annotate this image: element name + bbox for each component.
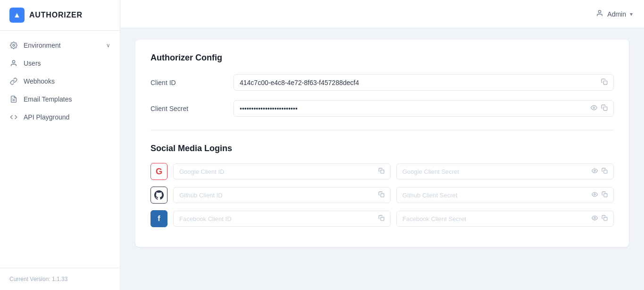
facebook-logo: f	[151, 210, 167, 227]
svg-point-15	[594, 217, 595, 219]
sidebar-item-email-templates-label: Email Templates	[24, 95, 72, 103]
client-id-copy-icon[interactable]	[601, 78, 608, 86]
sidebar-item-users-label: Users	[24, 60, 41, 67]
google-fields	[173, 163, 614, 179]
client-secret-input[interactable]	[240, 105, 587, 112]
github-logo	[151, 187, 167, 204]
link-icon	[9, 77, 18, 85]
github-fields	[173, 187, 614, 203]
github-client-id-copy-icon[interactable]	[378, 191, 385, 199]
facebook-client-secret-copy-icon[interactable]	[602, 215, 608, 222]
google-logo: G	[151, 163, 167, 180]
app-name: AUTHORIZER	[29, 11, 83, 19]
sidebar-item-users[interactable]: Users	[0, 54, 120, 72]
svg-point-4	[599, 10, 601, 13]
google-eye-icon[interactable]	[592, 168, 598, 175]
facebook-client-secret-input[interactable]	[402, 215, 588, 222]
google-client-secret-field	[396, 163, 614, 179]
section-divider	[151, 130, 614, 130]
doc-icon	[9, 95, 18, 103]
sidebar-nav: Environment ∨ Users Webhooks Email Templ…	[0, 31, 120, 268]
chevron-down-icon: ∨	[106, 42, 110, 49]
client-secret-label: Client Secret	[151, 105, 226, 112]
client-secret-copy-icon[interactable]	[601, 104, 608, 112]
sidebar: ▲ AUTHORIZER Environment ∨ Users Webhook…	[0, 0, 120, 290]
facebook-social-row: f	[151, 210, 614, 227]
svg-rect-8	[381, 170, 384, 173]
sidebar-item-webhooks[interactable]: Webhooks	[0, 72, 120, 90]
facebook-client-id-field	[173, 211, 391, 227]
google-client-secret-input[interactable]	[402, 168, 588, 175]
facebook-client-id-input[interactable]	[179, 215, 375, 222]
social-media-section: Social Media Logins G	[151, 144, 614, 227]
google-client-id-input[interactable]	[179, 168, 375, 175]
sidebar-item-webhooks-label: Webhooks	[24, 77, 55, 85]
svg-rect-7	[603, 107, 607, 111]
admin-menu[interactable]: Admin ▾	[596, 9, 633, 18]
facebook-client-id-copy-icon[interactable]	[378, 215, 385, 222]
github-client-secret-field	[396, 187, 614, 203]
svg-point-12	[594, 194, 595, 195]
sidebar-item-environment-label: Environment	[24, 42, 61, 49]
github-client-secret-input[interactable]	[402, 192, 588, 199]
github-client-secret-copy-icon[interactable]	[602, 191, 608, 199]
app-logo-icon: ▲	[9, 8, 25, 23]
version-label: Current Version: 1.1.33	[0, 268, 120, 290]
google-social-row: G	[151, 163, 614, 180]
svg-rect-11	[381, 194, 384, 197]
header: Admin ▾	[120, 0, 644, 28]
svg-point-0	[13, 44, 15, 46]
sidebar-item-email-templates[interactable]: Email Templates	[0, 90, 120, 108]
svg-rect-16	[604, 217, 607, 221]
google-client-id-copy-icon[interactable]	[378, 168, 385, 175]
svg-point-6	[593, 107, 595, 109]
facebook-client-secret-field	[396, 211, 614, 227]
svg-point-9	[594, 170, 595, 171]
github-client-id-input[interactable]	[179, 192, 375, 199]
user-admin-icon	[596, 9, 603, 18]
sidebar-item-environment[interactable]: Environment ∨	[0, 36, 120, 54]
github-eye-icon[interactable]	[592, 191, 598, 199]
social-media-title: Social Media Logins	[151, 144, 614, 154]
gear-icon	[9, 41, 18, 50]
svg-point-1	[12, 60, 15, 63]
client-id-field	[234, 74, 614, 91]
user-icon	[9, 59, 18, 68]
github-client-id-field	[173, 187, 391, 203]
authorizer-config-title: Authorizer Config	[151, 53, 614, 63]
svg-rect-10	[604, 170, 607, 173]
facebook-fields	[173, 211, 614, 227]
sidebar-logo: ▲ AUTHORIZER	[0, 0, 120, 31]
svg-rect-13	[604, 194, 607, 197]
github-social-row	[151, 187, 614, 204]
client-secret-eye-icon[interactable]	[591, 104, 597, 112]
google-client-id-field	[173, 163, 391, 179]
authorizer-config-section: Authorizer Config Client ID Client Secre…	[151, 53, 614, 117]
client-id-input[interactable]	[240, 79, 597, 86]
client-secret-field	[234, 100, 614, 117]
client-id-row: Client ID	[151, 74, 614, 91]
sidebar-item-api-playground[interactable]: API Playground	[0, 108, 120, 126]
client-id-label: Client ID	[151, 79, 226, 86]
admin-chevron-icon: ▾	[630, 11, 633, 17]
admin-label: Admin	[607, 10, 626, 18]
code-icon	[9, 113, 18, 121]
content-card: Authorizer Config Client ID Client Secre…	[135, 40, 629, 247]
client-secret-row: Client Secret	[151, 100, 614, 117]
sidebar-item-api-playground-label: API Playground	[24, 113, 69, 121]
svg-rect-5	[603, 81, 607, 85]
facebook-eye-icon[interactable]	[592, 215, 598, 222]
main-wrapper: Admin ▾ Authorizer Config Client ID	[120, 0, 644, 290]
svg-rect-14	[381, 217, 384, 221]
google-client-secret-copy-icon[interactable]	[602, 168, 608, 175]
main-content: Authorizer Config Client ID Client Secre…	[120, 28, 644, 290]
